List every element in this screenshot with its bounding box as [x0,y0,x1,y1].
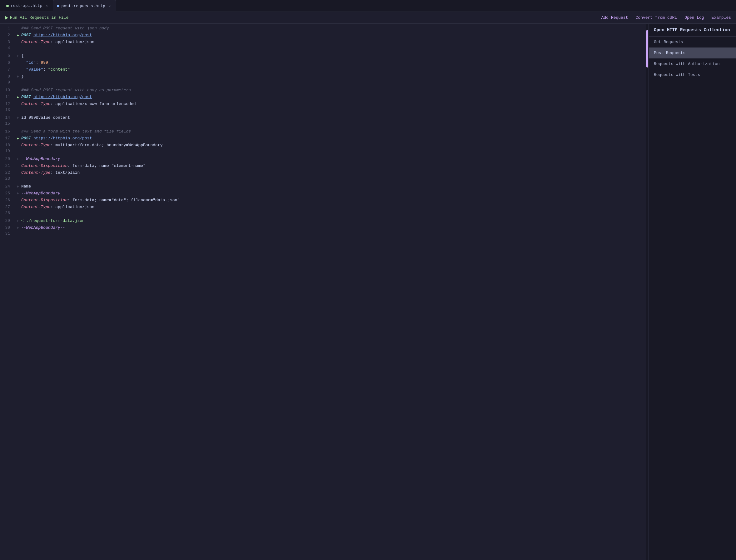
line-number-31: 31 [0,231,15,236]
line-number-24: 24 [0,184,15,189]
line-31: 31 [0,231,646,238]
line-gutter-24[interactable]: ⊢ [15,185,21,188]
line-content-6: "id": 999, [21,59,646,66]
line-number-2: 2 [0,33,15,37]
line-number-23: 23 [0,176,15,181]
tab-close-post-requests[interactable]: ✕ [107,3,112,8]
line-gutter-14[interactable]: ⊢ [15,116,21,120]
line-gutter-2[interactable]: ▶ [15,33,21,37]
line-28: 28 [0,211,646,217]
line-content-12: Content-Type: application/x-www-form-url… [21,101,646,107]
line-number-7: 7 [0,67,15,72]
line-number-5: 5 [0,53,15,58]
line-5: 5⊢{ [0,53,646,59]
tab-bar: rest-api.http ✕ post-requests.http ✕ [0,0,736,12]
add-request-button[interactable]: Add Request [601,15,628,20]
line-9: 9 [0,80,646,87]
line-25: 25⊢--WebAppBoundary [0,190,646,197]
line-number-3: 3 [0,40,15,44]
line-gutter-20[interactable]: ⊢ [15,157,21,161]
line-24: 24⊢Name [0,183,646,190]
line-content-30: --WebAppBoundary-- [21,224,646,231]
line-19: 19 [0,149,646,156]
vertical-scrollbar[interactable] [646,24,648,560]
line-number-22: 22 [0,170,15,175]
tab-post-requests[interactable]: post-requests.http ✕ [53,0,116,12]
line-content-11: POST https://httpbin.org/post [21,94,646,101]
line-22: 22Content-Type: text/plain [0,169,646,176]
line-3: 3Content-Type: application/json [0,39,646,46]
line-number-30: 30 [0,225,15,230]
line-content-24: Name [21,183,646,190]
line-content-20: --WebAppBoundary [21,156,646,163]
line-content-8: } [21,73,646,80]
side-panel: Open HTTP Requests Collection Get Reques… [648,24,736,560]
line-26: 26Content-Disposition: form-data; name="… [0,197,646,204]
side-panel-item-post-requests[interactable]: Post Requests [649,47,736,58]
line-number-16: 16 [0,129,15,134]
line-14: 14⊢id=999&value=content [0,114,646,121]
run-all-label: Run All Requests in File [10,15,68,20]
tab-rest-api[interactable]: rest-api.http ✕ [3,0,53,12]
line-content-18: Content-Type: multipart/form-data; bound… [21,142,646,149]
line-gutter-8[interactable]: ⊢ [15,75,21,78]
tab-icon-post-requests [57,5,59,7]
line-number-9: 9 [0,80,15,85]
line-gutter-11[interactable]: ▶ [15,95,21,99]
line-number-17: 17 [0,136,15,141]
line-20: 20⊢--WebAppBoundary [0,156,646,163]
line-number-4: 4 [0,46,15,50]
line-number-28: 28 [0,211,15,215]
side-panel-item-auth[interactable]: Requests with Authorization [649,58,736,69]
line-gutter-30[interactable]: ⊢ [15,226,21,230]
line-4: 4 [0,46,646,53]
line-23: 23 [0,176,646,183]
tab-label-rest-api: rest-api.http [11,3,42,8]
line-11: 11▶POST https://httpbin.org/post [0,94,646,101]
toolbar-actions: Add Request Convert from cURL Open Log E… [601,15,731,20]
side-panel-item-get-requests[interactable]: Get Requests [649,37,736,47]
line-number-19: 19 [0,149,15,153]
line-number-20: 20 [0,157,15,161]
toolbar: Run All Requests in File Add Request Con… [0,12,736,24]
line-17: 17▶POST https://httpbin.org/post [0,135,646,142]
line-number-13: 13 [0,107,15,112]
line-gutter-25[interactable]: ⊢ [15,192,21,195]
main-area: 1### Send POST request with json body2▶P… [0,24,736,560]
run-all-button[interactable]: Run All Requests in File [5,15,68,20]
line-16: 16### Send a form with the text and file… [0,128,646,135]
line-gutter-5[interactable]: ⊢ [15,54,21,58]
line-content-7: "value": "content" [21,66,646,73]
line-gutter-17[interactable]: ▶ [15,137,21,140]
line-number-14: 14 [0,115,15,120]
code-editor[interactable]: 1### Send POST request with json body2▶P… [0,24,646,560]
line-content-25: --WebAppBoundary [21,190,646,197]
line-number-15: 15 [0,121,15,126]
line-21: 21Content-Disposition: form-data; name="… [0,163,646,169]
tab-close-rest-api[interactable]: ✕ [44,3,49,8]
line-8: 8⊢} [0,73,646,80]
side-panel-item-tests[interactable]: Requests with Tests [649,69,736,80]
line-number-21: 21 [0,163,15,168]
line-27: 27Content-Type: application/json [0,204,646,211]
line-content-27: Content-Type: application/json [21,204,646,211]
examples-button[interactable]: Examples [712,15,731,20]
line-gutter-29[interactable]: ⊢ [15,219,21,223]
tab-label-post-requests: post-requests.http [61,4,105,8]
convert-from-curl-button[interactable]: Convert from cURL [636,15,677,20]
line-content-22: Content-Type: text/plain [21,169,646,176]
line-1: 1### Send POST request with json body [0,25,646,32]
tab-icon-rest-api [6,5,9,7]
line-2: 2▶POST https://httpbin.org/post [0,32,646,39]
line-15: 15 [0,121,646,128]
line-number-12: 12 [0,102,15,106]
line-content-14: id=999&value=content [21,114,646,121]
run-all-play-icon [5,16,8,20]
line-number-18: 18 [0,143,15,147]
open-log-button[interactable]: Open Log [684,15,704,20]
line-7: 7 "value": "content" [0,66,646,73]
line-30: 30⊢--WebAppBoundary-- [0,224,646,231]
line-18: 18Content-Type: multipart/form-data; bou… [0,142,646,149]
line-content-5: { [21,53,646,59]
line-10: 10### Send POST request with body as par… [0,87,646,94]
